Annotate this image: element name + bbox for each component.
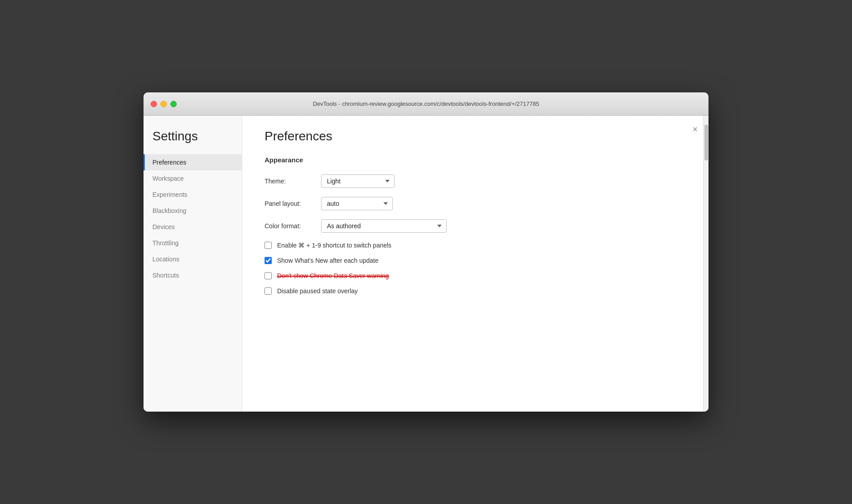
theme-row: Theme: System preference Light Dark [265, 174, 686, 188]
scrollbar-thumb[interactable] [704, 125, 708, 161]
paused-overlay-label: Disable paused state overlay [277, 287, 358, 295]
titlebar: DevTools - chromium-review.googlesource.… [143, 92, 709, 116]
switch-panels-checkbox[interactable] [265, 242, 272, 249]
page-title: Preferences [265, 129, 686, 143]
close-traffic-light[interactable] [151, 101, 157, 107]
sidebar: Settings Preferences Workspace Experimen… [143, 116, 242, 412]
sidebar-title: Settings [143, 129, 242, 154]
checkbox-paused-overlay: Disable paused state overlay [265, 287, 686, 295]
theme-select[interactable]: System preference Light Dark [321, 174, 395, 188]
minimize-traffic-light[interactable] [161, 101, 167, 107]
sidebar-item-blackboxing[interactable]: Blackboxing [143, 203, 242, 219]
main-content: × Preferences Appearance Theme: System p… [242, 116, 709, 412]
appearance-section-title: Appearance [265, 156, 686, 164]
appearance-section: Appearance Theme: System preference Ligh… [265, 156, 686, 295]
color-format-label: Color format: [265, 222, 314, 230]
switch-panels-label: Enable ⌘ + 1-9 shortcut to switch panels [277, 242, 391, 249]
sidebar-nav: Preferences Workspace Experiments Blackb… [143, 154, 242, 283]
scrollbar[interactable] [703, 116, 709, 412]
data-saver-checkbox[interactable] [265, 272, 272, 279]
theme-label: Theme: [265, 178, 314, 185]
whats-new-checkbox[interactable] [265, 257, 272, 264]
panel-layout-label: Panel layout: [265, 200, 314, 207]
sidebar-item-devices[interactable]: Devices [143, 219, 242, 235]
panel-layout-row: Panel layout: auto horizontal vertical [265, 197, 686, 210]
window-title: DevTools - chromium-review.googlesource.… [313, 100, 539, 107]
close-button[interactable]: × [692, 125, 698, 134]
sidebar-item-shortcuts[interactable]: Shortcuts [143, 267, 242, 283]
sidebar-item-experiments[interactable]: Experiments [143, 187, 242, 203]
color-format-row: Color format: As authored HEX RGB HSL [265, 219, 686, 233]
whats-new-label: Show What's New after each update [277, 257, 378, 264]
window-content: Settings Preferences Workspace Experimen… [143, 116, 709, 412]
checkbox-data-saver: Don't show Chrome Data Saver warning [265, 272, 686, 279]
panel-layout-select[interactable]: auto horizontal vertical [321, 197, 393, 210]
data-saver-label: Don't show Chrome Data Saver warning [277, 272, 389, 279]
color-format-select[interactable]: As authored HEX RGB HSL [321, 219, 447, 233]
sidebar-item-locations[interactable]: Locations [143, 251, 242, 267]
paused-overlay-checkbox[interactable] [265, 287, 272, 295]
sidebar-item-throttling[interactable]: Throttling [143, 235, 242, 251]
checkbox-whats-new: Show What's New after each update [265, 257, 686, 264]
sidebar-item-preferences[interactable]: Preferences [143, 154, 242, 170]
maximize-traffic-light[interactable] [170, 101, 177, 107]
checkbox-switch-panels: Enable ⌘ + 1-9 shortcut to switch panels [265, 242, 686, 249]
sidebar-item-workspace[interactable]: Workspace [143, 170, 242, 187]
traffic-lights [151, 101, 177, 107]
mac-window: DevTools - chromium-review.googlesource.… [143, 92, 709, 412]
